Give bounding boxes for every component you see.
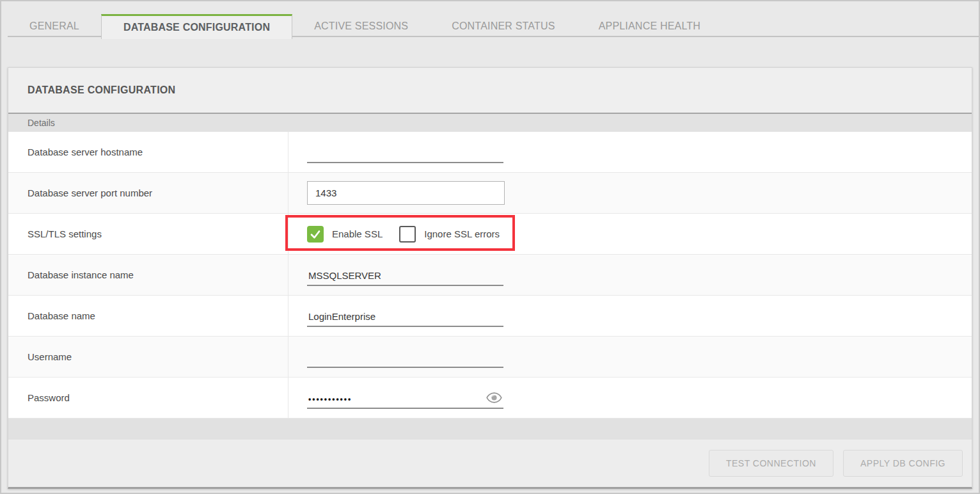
row-database-instance-name: Database instance name	[8, 255, 972, 296]
field-label: SSL/TLS settings	[8, 214, 288, 254]
field-label: Database instance name	[8, 255, 288, 295]
tab-active-sessions[interactable]: ACTIVE SESSIONS	[292, 15, 430, 37]
port-input[interactable]	[307, 181, 505, 205]
field-label: Database name	[8, 296, 288, 336]
tab-bar-filler	[722, 15, 979, 37]
enable-ssl-label: Enable SSL	[332, 228, 383, 239]
row-ssl-tls-settings: SSL/TLS settings Enable SSL Ignore SSL e…	[8, 214, 972, 255]
ssl-checkbox-group: Enable SSL Ignore SSL errors	[307, 226, 516, 243]
field-label: Database server hostname	[8, 132, 288, 172]
username-input[interactable]	[307, 352, 503, 367]
test-connection-button[interactable]: TEST CONNECTION	[709, 450, 834, 477]
ignore-ssl-errors-checkbox-item[interactable]: Ignore SSL errors	[399, 226, 500, 243]
appliance-settings-page: GENERAL DATABASE CONFIGURATION ACTIVE SE…	[0, 0, 980, 494]
row-username: Username	[8, 337, 972, 378]
panel-bottom-strip	[8, 418, 972, 440]
row-password: Password	[8, 378, 972, 418]
hostname-input[interactable]	[307, 147, 503, 162]
reveal-password-button[interactable]	[486, 392, 502, 404]
field-area	[288, 337, 972, 377]
details-section-label: Details	[28, 118, 55, 128]
tab-database-configuration[interactable]: DATABASE CONFIGURATION	[101, 14, 292, 39]
panel-footer: TEST CONNECTION APPLY DB CONFIG	[8, 440, 972, 487]
enable-ssl-checkbox[interactable]	[307, 226, 324, 243]
row-database-server-hostname: Database server hostname	[8, 132, 972, 173]
tab-general[interactable]: GENERAL	[8, 15, 101, 37]
instance-name-input[interactable]	[307, 270, 503, 285]
details-section-header: Details	[8, 114, 972, 132]
field-area	[288, 296, 972, 336]
tab-appliance-health[interactable]: APPLIANCE HEALTH	[577, 15, 722, 37]
checkmark-icon	[310, 228, 321, 240]
apply-db-config-button[interactable]: APPLY DB CONFIG	[843, 450, 963, 477]
panel-title: DATABASE CONFIGURATION	[28, 84, 175, 96]
password-input-wrap	[307, 387, 503, 409]
field-label: Database server port number	[8, 173, 288, 213]
hostname-input-wrap	[307, 141, 503, 163]
instance-input-wrap	[307, 264, 503, 286]
password-input[interactable]	[307, 395, 503, 408]
username-input-wrap	[307, 346, 503, 368]
field-area	[288, 173, 972, 213]
field-label: Username	[8, 337, 288, 377]
field-label: Password	[8, 378, 288, 418]
field-area	[288, 378, 972, 418]
database-configuration-panel: DATABASE CONFIGURATION Details Database …	[8, 67, 972, 489]
ignore-ssl-errors-checkbox[interactable]	[399, 226, 416, 243]
field-area: Enable SSL Ignore SSL errors	[288, 214, 972, 254]
ignore-ssl-errors-label: Ignore SSL errors	[424, 228, 500, 239]
row-database-server-port: Database server port number	[8, 173, 972, 214]
tab-bar: GENERAL DATABASE CONFIGURATION ACTIVE SE…	[1, 1, 979, 37]
tab-container-status[interactable]: CONTAINER STATUS	[430, 15, 576, 37]
field-area	[288, 255, 972, 295]
field-area	[288, 132, 972, 172]
eye-icon	[486, 392, 502, 403]
enable-ssl-checkbox-item[interactable]: Enable SSL	[307, 226, 383, 243]
database-name-input[interactable]	[307, 311, 503, 326]
panel-header: DATABASE CONFIGURATION	[8, 68, 972, 114]
row-database-name: Database name	[8, 296, 972, 337]
dbname-input-wrap	[307, 305, 503, 327]
